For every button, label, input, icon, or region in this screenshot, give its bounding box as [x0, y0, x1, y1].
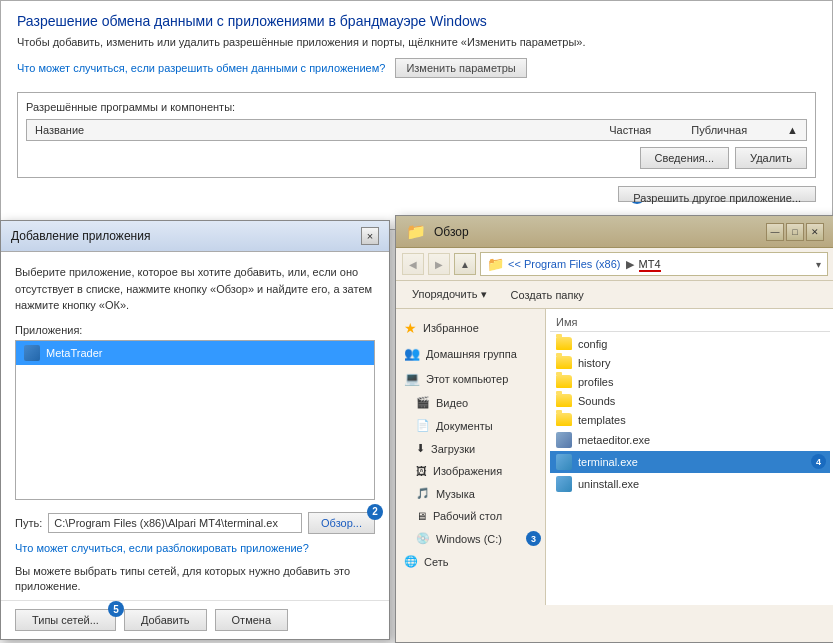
- path-input[interactable]: [48, 513, 302, 533]
- maximize-button[interactable]: □: [786, 223, 804, 241]
- dialog-close-button[interactable]: ×: [361, 227, 379, 245]
- add-button[interactable]: Добавить: [124, 609, 207, 631]
- file-name: Sounds: [578, 395, 615, 407]
- sidebar-item-homegroup[interactable]: 👥 Домашняя группа: [396, 341, 545, 366]
- file-item-terminal[interactable]: terminal.exe 4: [550, 451, 830, 473]
- computer-label: Этот компьютер: [426, 373, 508, 385]
- unblock-link[interactable]: Что может случиться, если разблокировать…: [15, 542, 375, 554]
- windows-c-label: Windows (C:): [436, 533, 502, 545]
- downloads-icon: ⬇: [416, 442, 425, 455]
- video-label: Видео: [436, 397, 468, 409]
- desktop-icon: 🖥: [416, 510, 427, 522]
- file-item-config[interactable]: config: [550, 334, 830, 353]
- path-label: Путь:: [15, 517, 42, 529]
- file-item-history[interactable]: history: [550, 353, 830, 372]
- docs-label: Документы: [436, 420, 493, 432]
- sidebar-item-network[interactable]: 🌐 Сеть: [396, 550, 545, 573]
- file-name: metaeditor.exe: [578, 434, 650, 446]
- browse-files-panel: Имя config history profiles Sounds templ…: [546, 309, 833, 605]
- file-name: history: [578, 357, 610, 369]
- dialog-footer: Типы сетей... 5 Добавить Отмена: [1, 600, 389, 639]
- browse-button[interactable]: Обзор...: [308, 512, 375, 534]
- up-button[interactable]: ▲: [454, 253, 476, 275]
- exe-icon: [556, 476, 572, 492]
- file-item-uninstall[interactable]: uninstall.exe: [550, 473, 830, 495]
- sidebar-item-docs[interactable]: 📄 Документы: [396, 414, 545, 437]
- dialog-body: Выберите приложение, которое вы хотите д…: [1, 252, 389, 620]
- browse-title: Обзор: [434, 225, 469, 239]
- video-icon: 🎬: [416, 396, 430, 409]
- exe-icon: [556, 454, 572, 470]
- section-label: Разрешённые программы и компоненты:: [26, 101, 807, 113]
- firewall-window: Разрешение обмена данными с приложениями…: [0, 0, 833, 230]
- new-folder-button[interactable]: Создать папку: [503, 285, 592, 304]
- folder-icon: [556, 337, 572, 350]
- sidebar-item-computer[interactable]: 💻 Этот компьютер: [396, 366, 545, 391]
- path-segment-2: MT4: [639, 258, 661, 272]
- address-bar[interactable]: 📁 << Program Files (x86) ▶ MT4 ▾: [480, 252, 828, 276]
- downloads-label: Загрузки: [431, 443, 475, 455]
- name-column-header: Имя: [556, 316, 577, 328]
- images-icon: 🖼: [416, 465, 427, 477]
- col-private-header: Частная: [609, 124, 651, 136]
- close-window-button[interactable]: ✕: [806, 223, 824, 241]
- browse-dialog: 📁 Обзор — □ ✕ ◀ ▶ ▲ 📁 << Program Files (…: [395, 215, 833, 643]
- network-types-button[interactable]: Типы сетей...: [15, 609, 116, 631]
- homegroup-icon: 👥: [404, 346, 420, 361]
- favorites-icon: ★: [404, 320, 417, 336]
- browse-content: ★ Избранное 👥 Домашняя группа 💻 Этот ком…: [396, 309, 833, 605]
- music-icon: 🎵: [416, 487, 430, 500]
- allow-another-button[interactable]: Разрешить другое приложение...: [618, 186, 816, 202]
- file-item-profiles[interactable]: profiles: [550, 372, 830, 391]
- browse-folder-icon: 📁: [406, 222, 426, 241]
- folder-icon: [556, 356, 572, 369]
- exe-icon: [556, 432, 572, 448]
- organize-button[interactable]: Упорядочить ▾: [404, 285, 495, 304]
- app-icon: [24, 345, 40, 361]
- back-button[interactable]: ◀: [402, 253, 424, 275]
- desktop-label: Рабочий стол: [433, 510, 502, 522]
- network-icon: 🌐: [404, 555, 418, 568]
- computer-icon: 💻: [404, 371, 420, 386]
- sidebar-item-video[interactable]: 🎬 Видео: [396, 391, 545, 414]
- file-name: profiles: [578, 376, 613, 388]
- cancel-button[interactable]: Отмена: [215, 609, 288, 631]
- app-item-label: MetaTrader: [46, 347, 102, 359]
- badge-2: 2: [367, 504, 383, 520]
- docs-icon: 📄: [416, 419, 430, 432]
- file-item-metaeditor[interactable]: metaeditor.exe: [550, 429, 830, 451]
- sidebar-item-favorites[interactable]: ★ Избранное: [396, 315, 545, 341]
- apps-label: Приложения:: [15, 324, 375, 336]
- sidebar-item-downloads[interactable]: ⬇ Загрузки: [396, 437, 545, 460]
- delete-button[interactable]: Удалить: [735, 147, 807, 169]
- browse-toolbar: ◀ ▶ ▲ 📁 << Program Files (x86) ▶ MT4 ▾: [396, 248, 833, 281]
- browse-actions: Упорядочить ▾ Создать папку: [396, 281, 833, 309]
- sidebar-item-windows-c[interactable]: 💿 Windows (C:) 3: [396, 527, 545, 550]
- file-name: config: [578, 338, 607, 350]
- app-list[interactable]: MetaTrader: [15, 340, 375, 500]
- details-button[interactable]: Сведения...: [640, 147, 729, 169]
- firewall-title: Разрешение обмена данными с приложениями…: [17, 13, 816, 29]
- file-item-sounds[interactable]: Sounds: [550, 391, 830, 410]
- sidebar-item-desktop[interactable]: 🖥 Рабочий стол: [396, 505, 545, 527]
- app-list-item[interactable]: MetaTrader: [16, 341, 374, 365]
- file-list-header: Имя: [550, 313, 830, 332]
- address-dropdown-arrow[interactable]: ▾: [816, 259, 821, 270]
- badge-3: 3: [526, 531, 541, 546]
- address-path: << Program Files (x86) ▶ MT4: [508, 258, 812, 271]
- favorites-label: Избранное: [423, 322, 479, 334]
- path-separator: ▶: [626, 258, 637, 270]
- dialog-title: Добавление приложения: [11, 229, 150, 243]
- forward-button[interactable]: ▶: [428, 253, 450, 275]
- minimize-button[interactable]: —: [766, 223, 784, 241]
- sidebar-item-music[interactable]: 🎵 Музыка: [396, 482, 545, 505]
- scroll-up-arrow[interactable]: ▲: [787, 124, 798, 136]
- path-row: Путь: Обзор... 2: [15, 512, 375, 534]
- badge-4: 4: [811, 454, 826, 469]
- folder-icon: [556, 375, 572, 388]
- address-folder-icon: 📁: [487, 256, 504, 272]
- file-item-templates[interactable]: templates: [550, 410, 830, 429]
- sidebar-item-images[interactable]: 🖼 Изображения: [396, 460, 545, 482]
- firewall-info-link[interactable]: Что может случиться, если разрешить обме…: [17, 62, 385, 74]
- change-params-button[interactable]: Изменить параметры: [395, 58, 526, 78]
